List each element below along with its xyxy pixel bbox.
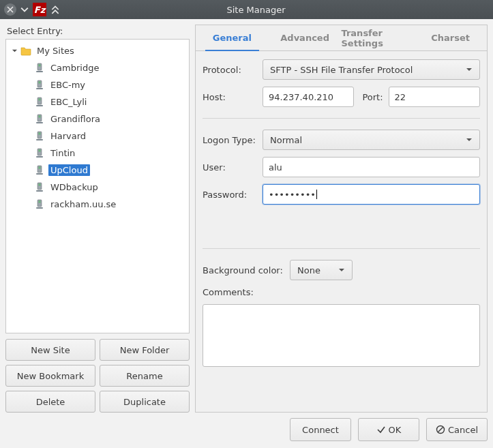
svg-rect-33 <box>39 200 41 201</box>
right-column: General Advanced Transfer Settings Chars… <box>195 25 488 413</box>
svg-rect-11 <box>36 105 43 106</box>
new-folder-button[interactable]: New Folder <box>100 339 190 361</box>
divider <box>203 118 480 119</box>
chevron-down-icon <box>466 65 473 75</box>
site-entry[interactable]: UpCloud <box>6 162 189 179</box>
window-minimize-button[interactable] <box>50 5 60 14</box>
svg-rect-35 <box>36 207 43 209</box>
site-entry[interactable]: WDbackup <box>6 179 189 196</box>
tab-bar: General Advanced Transfer Settings Chars… <box>196 25 487 51</box>
tab-general[interactable]: General <box>196 25 269 50</box>
bgcolor-dropdown[interactable]: None <box>290 260 353 280</box>
site-tree[interactable]: My SitesCambridgeEBC-myEBC_LyliGrandiflo… <box>5 39 190 333</box>
svg-rect-17 <box>39 132 41 133</box>
site-entry[interactable]: Harvard <box>6 128 189 145</box>
bgcolor-value: None <box>297 265 320 275</box>
comments-label: Comments: <box>203 287 480 297</box>
site-entry[interactable]: Tintin <box>6 145 189 162</box>
port-input[interactable]: 22 <box>389 87 480 107</box>
expand-toggle[interactable] <box>9 48 20 54</box>
site-label: UpCloud <box>48 164 90 176</box>
svg-rect-6 <box>39 83 41 83</box>
new-bookmark-button[interactable]: New Bookmark <box>5 365 95 387</box>
svg-rect-22 <box>39 151 41 151</box>
select-entry-label: Select Entry: <box>7 26 190 36</box>
comments-textarea[interactable] <box>203 304 480 367</box>
password-input[interactable]: ••••••••• <box>263 184 480 205</box>
server-icon <box>33 79 46 91</box>
server-icon <box>33 181 46 194</box>
server-icon <box>33 96 46 108</box>
site-entry[interactable]: EBC_Lyli <box>6 93 189 110</box>
duplicate-button[interactable]: Duplicate <box>100 391 190 413</box>
cancel-button[interactable]: Cancel <box>426 418 488 441</box>
site-label: EBC-my <box>48 79 87 91</box>
svg-rect-14 <box>39 117 41 117</box>
logon-type-value: Normal <box>270 135 302 145</box>
tree-root-my-sites[interactable]: My Sites <box>6 42 189 59</box>
server-icon <box>33 130 46 143</box>
rename-button[interactable]: Rename <box>100 365 190 387</box>
site-entry[interactable]: Cambridge <box>6 59 189 76</box>
delete-button[interactable]: Delete <box>5 391 95 413</box>
svg-rect-3 <box>36 71 43 72</box>
text-cursor <box>316 190 317 199</box>
svg-rect-10 <box>39 100 41 100</box>
bottom-bar: Connect OK Cancel <box>5 418 488 441</box>
chevron-down-icon <box>20 5 29 14</box>
svg-rect-5 <box>39 81 41 82</box>
password-label: Password: <box>203 190 257 200</box>
cancel-icon <box>436 425 445 434</box>
protocol-dropdown[interactable]: SFTP - SSH File Transfer Protocol <box>263 59 480 80</box>
user-label: User: <box>203 162 257 173</box>
site-label: Tintin <box>48 147 77 159</box>
svg-rect-23 <box>36 156 43 158</box>
svg-rect-34 <box>39 202 41 203</box>
content-area: Select Entry: My SitesCambridgeEBC-myEBC… <box>0 19 493 448</box>
site-entry[interactable]: EBC-my <box>6 76 189 93</box>
new-site-button[interactable]: New Site <box>5 339 95 361</box>
site-label: rackham.uu.se <box>48 198 118 210</box>
tab-advanced[interactable]: Advanced <box>269 25 342 50</box>
general-form: Protocol: SFTP - SSH File Transfer Proto… <box>196 51 487 375</box>
svg-rect-27 <box>36 173 43 175</box>
svg-rect-31 <box>36 190 43 192</box>
svg-rect-19 <box>36 139 43 140</box>
close-icon <box>7 6 14 13</box>
tree-root-label: My Sites <box>35 45 76 57</box>
server-icon <box>33 147 46 160</box>
svg-rect-18 <box>39 134 41 134</box>
chevron-double-up-icon <box>50 5 60 14</box>
svg-rect-1 <box>39 64 41 65</box>
svg-line-37 <box>438 428 443 432</box>
logon-type-label: Logon Type: <box>203 135 257 145</box>
tab-transfer-settings[interactable]: Transfer Settings <box>342 25 415 50</box>
host-label: Host: <box>203 92 257 102</box>
window-menu-button[interactable] <box>20 5 29 14</box>
svg-rect-26 <box>39 168 41 168</box>
site-label: Harvard <box>48 130 88 142</box>
site-label: Cambridge <box>48 62 101 74</box>
site-entry[interactable]: Grandiflora <box>6 110 189 128</box>
titlebar: Fz Site Manager <box>0 0 493 19</box>
site-label: Grandiflora <box>48 113 102 125</box>
app-icon: Fz <box>33 3 46 16</box>
tab-charset[interactable]: Charset <box>414 25 487 50</box>
site-label: WDbackup <box>48 181 100 193</box>
host-input[interactable]: 94.237.40.210 <box>263 87 354 107</box>
site-entry[interactable]: rackham.uu.se <box>6 196 189 213</box>
server-icon <box>33 62 46 74</box>
divider <box>203 248 480 249</box>
connect-button[interactable]: Connect <box>290 418 351 441</box>
server-icon <box>33 164 46 177</box>
svg-rect-7 <box>36 88 43 89</box>
bgcolor-label: Background color: <box>203 265 284 275</box>
protocol-value: SFTP - SSH File Transfer Protocol <box>270 65 413 75</box>
user-input[interactable]: alu <box>263 157 480 177</box>
logon-type-dropdown[interactable]: Normal <box>263 130 480 150</box>
window-close-button[interactable] <box>4 3 16 16</box>
svg-rect-29 <box>39 183 41 184</box>
svg-rect-13 <box>39 115 41 116</box>
port-label: Port: <box>362 92 383 102</box>
ok-button[interactable]: OK <box>358 418 419 441</box>
